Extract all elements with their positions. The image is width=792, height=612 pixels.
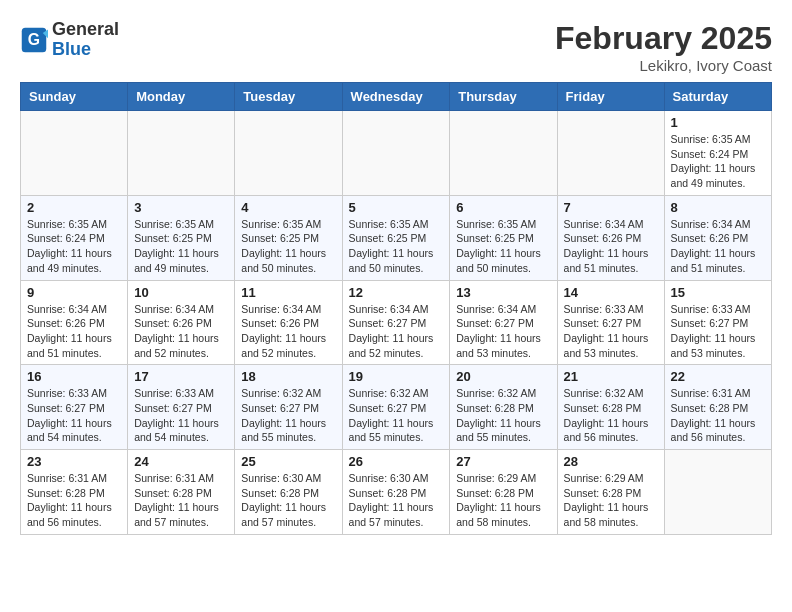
day-info: Sunrise: 6:32 AM Sunset: 6:28 PM Dayligh… xyxy=(456,386,550,445)
day-number: 16 xyxy=(27,369,121,384)
calendar-cell: 1Sunrise: 6:35 AM Sunset: 6:24 PM Daylig… xyxy=(664,111,771,196)
day-info: Sunrise: 6:33 AM Sunset: 6:27 PM Dayligh… xyxy=(27,386,121,445)
calendar-table: SundayMondayTuesdayWednesdayThursdayFrid… xyxy=(20,82,772,535)
day-number: 19 xyxy=(349,369,444,384)
col-header-wednesday: Wednesday xyxy=(342,83,450,111)
calendar-cell: 21Sunrise: 6:32 AM Sunset: 6:28 PM Dayli… xyxy=(557,365,664,450)
day-info: Sunrise: 6:34 AM Sunset: 6:26 PM Dayligh… xyxy=(27,302,121,361)
page-header: G General Blue February 2025 Lekikro, Iv… xyxy=(20,20,772,74)
day-info: Sunrise: 6:34 AM Sunset: 6:26 PM Dayligh… xyxy=(241,302,335,361)
day-number: 21 xyxy=(564,369,658,384)
day-number: 11 xyxy=(241,285,335,300)
day-number: 10 xyxy=(134,285,228,300)
day-info: Sunrise: 6:33 AM Sunset: 6:27 PM Dayligh… xyxy=(134,386,228,445)
calendar-cell: 14Sunrise: 6:33 AM Sunset: 6:27 PM Dayli… xyxy=(557,280,664,365)
title-block: February 2025 Lekikro, Ivory Coast xyxy=(555,20,772,74)
calendar-week-row: 1Sunrise: 6:35 AM Sunset: 6:24 PM Daylig… xyxy=(21,111,772,196)
day-info: Sunrise: 6:34 AM Sunset: 6:26 PM Dayligh… xyxy=(564,217,658,276)
calendar-cell: 9Sunrise: 6:34 AM Sunset: 6:26 PM Daylig… xyxy=(21,280,128,365)
day-number: 14 xyxy=(564,285,658,300)
col-header-sunday: Sunday xyxy=(21,83,128,111)
calendar-cell: 3Sunrise: 6:35 AM Sunset: 6:25 PM Daylig… xyxy=(128,195,235,280)
day-info: Sunrise: 6:31 AM Sunset: 6:28 PM Dayligh… xyxy=(671,386,765,445)
col-header-saturday: Saturday xyxy=(664,83,771,111)
day-info: Sunrise: 6:35 AM Sunset: 6:24 PM Dayligh… xyxy=(671,132,765,191)
day-number: 1 xyxy=(671,115,765,130)
calendar-cell: 27Sunrise: 6:29 AM Sunset: 6:28 PM Dayli… xyxy=(450,450,557,535)
day-number: 18 xyxy=(241,369,335,384)
calendar-cell: 13Sunrise: 6:34 AM Sunset: 6:27 PM Dayli… xyxy=(450,280,557,365)
calendar-cell: 26Sunrise: 6:30 AM Sunset: 6:28 PM Dayli… xyxy=(342,450,450,535)
day-info: Sunrise: 6:35 AM Sunset: 6:24 PM Dayligh… xyxy=(27,217,121,276)
day-number: 20 xyxy=(456,369,550,384)
col-header-friday: Friday xyxy=(557,83,664,111)
month-title: February 2025 xyxy=(555,20,772,57)
col-header-monday: Monday xyxy=(128,83,235,111)
calendar-cell xyxy=(128,111,235,196)
calendar-cell: 18Sunrise: 6:32 AM Sunset: 6:27 PM Dayli… xyxy=(235,365,342,450)
day-info: Sunrise: 6:35 AM Sunset: 6:25 PM Dayligh… xyxy=(349,217,444,276)
day-info: Sunrise: 6:35 AM Sunset: 6:25 PM Dayligh… xyxy=(241,217,335,276)
day-number: 7 xyxy=(564,200,658,215)
calendar-cell: 2Sunrise: 6:35 AM Sunset: 6:24 PM Daylig… xyxy=(21,195,128,280)
day-info: Sunrise: 6:33 AM Sunset: 6:27 PM Dayligh… xyxy=(564,302,658,361)
calendar-header-row: SundayMondayTuesdayWednesdayThursdayFrid… xyxy=(21,83,772,111)
calendar-cell xyxy=(557,111,664,196)
calendar-cell: 6Sunrise: 6:35 AM Sunset: 6:25 PM Daylig… xyxy=(450,195,557,280)
day-info: Sunrise: 6:33 AM Sunset: 6:27 PM Dayligh… xyxy=(671,302,765,361)
calendar-cell: 17Sunrise: 6:33 AM Sunset: 6:27 PM Dayli… xyxy=(128,365,235,450)
day-number: 13 xyxy=(456,285,550,300)
day-number: 27 xyxy=(456,454,550,469)
day-info: Sunrise: 6:35 AM Sunset: 6:25 PM Dayligh… xyxy=(134,217,228,276)
calendar-cell: 12Sunrise: 6:34 AM Sunset: 6:27 PM Dayli… xyxy=(342,280,450,365)
day-info: Sunrise: 6:32 AM Sunset: 6:28 PM Dayligh… xyxy=(564,386,658,445)
day-number: 5 xyxy=(349,200,444,215)
logo-general: General xyxy=(52,20,119,40)
day-info: Sunrise: 6:34 AM Sunset: 6:27 PM Dayligh… xyxy=(349,302,444,361)
calendar-week-row: 16Sunrise: 6:33 AM Sunset: 6:27 PM Dayli… xyxy=(21,365,772,450)
day-info: Sunrise: 6:31 AM Sunset: 6:28 PM Dayligh… xyxy=(27,471,121,530)
calendar-cell xyxy=(342,111,450,196)
day-number: 26 xyxy=(349,454,444,469)
calendar-cell: 25Sunrise: 6:30 AM Sunset: 6:28 PM Dayli… xyxy=(235,450,342,535)
day-number: 6 xyxy=(456,200,550,215)
calendar-cell: 15Sunrise: 6:33 AM Sunset: 6:27 PM Dayli… xyxy=(664,280,771,365)
calendar-cell: 19Sunrise: 6:32 AM Sunset: 6:27 PM Dayli… xyxy=(342,365,450,450)
day-info: Sunrise: 6:32 AM Sunset: 6:27 PM Dayligh… xyxy=(241,386,335,445)
day-number: 28 xyxy=(564,454,658,469)
calendar-week-row: 23Sunrise: 6:31 AM Sunset: 6:28 PM Dayli… xyxy=(21,450,772,535)
calendar-cell xyxy=(235,111,342,196)
day-number: 23 xyxy=(27,454,121,469)
day-number: 9 xyxy=(27,285,121,300)
location: Lekikro, Ivory Coast xyxy=(555,57,772,74)
day-info: Sunrise: 6:34 AM Sunset: 6:27 PM Dayligh… xyxy=(456,302,550,361)
calendar-cell: 10Sunrise: 6:34 AM Sunset: 6:26 PM Dayli… xyxy=(128,280,235,365)
day-number: 22 xyxy=(671,369,765,384)
calendar-cell: 16Sunrise: 6:33 AM Sunset: 6:27 PM Dayli… xyxy=(21,365,128,450)
day-info: Sunrise: 6:30 AM Sunset: 6:28 PM Dayligh… xyxy=(349,471,444,530)
calendar-cell: 5Sunrise: 6:35 AM Sunset: 6:25 PM Daylig… xyxy=(342,195,450,280)
calendar-cell xyxy=(664,450,771,535)
day-info: Sunrise: 6:34 AM Sunset: 6:26 PM Dayligh… xyxy=(671,217,765,276)
day-number: 25 xyxy=(241,454,335,469)
day-number: 24 xyxy=(134,454,228,469)
day-number: 2 xyxy=(27,200,121,215)
calendar-cell: 7Sunrise: 6:34 AM Sunset: 6:26 PM Daylig… xyxy=(557,195,664,280)
day-number: 15 xyxy=(671,285,765,300)
calendar-cell: 8Sunrise: 6:34 AM Sunset: 6:26 PM Daylig… xyxy=(664,195,771,280)
day-number: 4 xyxy=(241,200,335,215)
day-info: Sunrise: 6:31 AM Sunset: 6:28 PM Dayligh… xyxy=(134,471,228,530)
day-info: Sunrise: 6:29 AM Sunset: 6:28 PM Dayligh… xyxy=(564,471,658,530)
logo-icon: G xyxy=(20,26,48,54)
day-info: Sunrise: 6:29 AM Sunset: 6:28 PM Dayligh… xyxy=(456,471,550,530)
day-info: Sunrise: 6:30 AM Sunset: 6:28 PM Dayligh… xyxy=(241,471,335,530)
day-number: 17 xyxy=(134,369,228,384)
day-number: 12 xyxy=(349,285,444,300)
calendar-cell: 22Sunrise: 6:31 AM Sunset: 6:28 PM Dayli… xyxy=(664,365,771,450)
calendar-cell: 24Sunrise: 6:31 AM Sunset: 6:28 PM Dayli… xyxy=(128,450,235,535)
logo: G General Blue xyxy=(20,20,119,60)
calendar-cell xyxy=(450,111,557,196)
calendar-week-row: 9Sunrise: 6:34 AM Sunset: 6:26 PM Daylig… xyxy=(21,280,772,365)
calendar-week-row: 2Sunrise: 6:35 AM Sunset: 6:24 PM Daylig… xyxy=(21,195,772,280)
day-info: Sunrise: 6:35 AM Sunset: 6:25 PM Dayligh… xyxy=(456,217,550,276)
